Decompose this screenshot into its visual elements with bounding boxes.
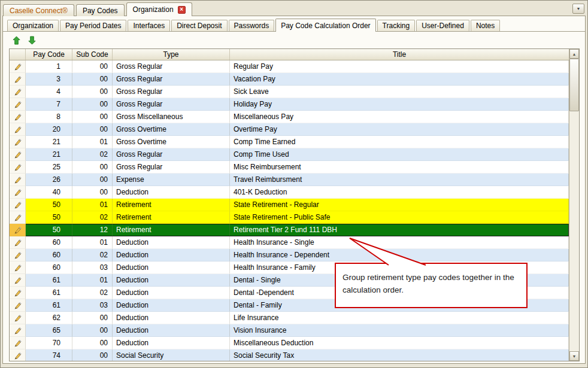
table-row[interactable]: 50 12 Retirement Retirement Tier 2 Fund … [10, 224, 569, 236]
table-row[interactable]: 50 01 Retirement State Retirement - Regu… [10, 199, 569, 211]
table-row[interactable]: 50 02 Retirement State Retirement - Publ… [10, 211, 569, 224]
close-icon[interactable]: × [178, 6, 186, 14]
sub-code-cell: 00 [72, 174, 113, 186]
pencil-icon [14, 163, 22, 171]
subtab-pay-period-dates[interactable]: Pay Period Dates [60, 20, 126, 31]
scroll-up-button[interactable]: ▲ [569, 49, 579, 59]
table-row[interactable]: 3 00 Gross Regular Vacation Pay [10, 73, 569, 86]
sub-code-cell: 02 [72, 287, 113, 299]
tab-organization[interactable]: Organization × [126, 2, 192, 16]
pay-code-cell: 26 [26, 174, 72, 186]
subtab-passwords[interactable]: Passwords [229, 20, 275, 31]
edit-pencil-button[interactable] [10, 324, 26, 337]
pay-code-cell: 50 [26, 224, 72, 236]
edit-pencil-button[interactable] [10, 249, 26, 261]
edit-pencil-button[interactable] [10, 86, 26, 98]
table-row[interactable]: 20 00 Gross Overtime Overtime Pay [10, 123, 569, 136]
table-row[interactable]: 21 01 Gross Overtime Comp Time Earned [10, 136, 569, 148]
edit-pencil-button[interactable] [10, 111, 26, 123]
title-cell: Holiday Pay [230, 98, 569, 111]
sub-code-cell: 00 [72, 186, 113, 199]
subtab-direct-deposit[interactable]: Direct Deposit [171, 20, 227, 31]
type-cell: Deduction [113, 186, 230, 199]
edit-pencil-button[interactable] [10, 312, 26, 324]
move-up-button[interactable] [11, 35, 22, 45]
type-cell: Gross Regular [113, 161, 230, 174]
edit-pencil-button[interactable] [10, 98, 26, 111]
table-row[interactable]: 70 00 Deduction Miscellaneous Deduction [10, 337, 569, 349]
pay-code-cell: 74 [26, 349, 72, 361]
edit-pencil-button[interactable] [10, 349, 26, 361]
edit-pencil-button[interactable] [10, 148, 26, 161]
subtab-organization[interactable]: Organization [7, 20, 59, 31]
pay-code-order-table: Pay Code Sub Code Type Title 1 00 Gross … [9, 48, 580, 361]
table-row[interactable]: 1 00 Gross Regular Regular Pay [10, 60, 569, 73]
sub-code-cell: 00 [72, 86, 113, 98]
header-pay-code[interactable]: Pay Code [26, 49, 72, 60]
subtab-interfaces[interactable]: Interfaces [128, 20, 170, 31]
pay-code-cell: 3 [26, 73, 72, 86]
tab-list-dropdown-button[interactable]: ▼ [572, 4, 584, 14]
edit-pencil-button[interactable] [10, 60, 26, 73]
edit-pencil-button[interactable] [10, 199, 26, 211]
pay-code-cell: 61 [26, 274, 72, 287]
edit-pencil-button[interactable] [10, 224, 26, 236]
subtab-notes[interactable]: Notes [471, 20, 500, 31]
table-row[interactable]: 62 00 Deduction Life Insurance [10, 312, 569, 324]
type-cell: Deduction [113, 236, 230, 249]
type-cell: Gross Regular [113, 73, 230, 86]
table-row[interactable]: 65 00 Deduction Vision Insurance [10, 324, 569, 337]
header-edit-column [10, 49, 26, 60]
callout-text: Group retirement type pay codes together… [343, 273, 514, 294]
edit-pencil-button[interactable] [10, 136, 26, 148]
pay-code-cell: 7 [26, 98, 72, 111]
edit-pencil-button[interactable] [10, 261, 26, 274]
table-row[interactable]: 4 00 Gross Regular Sick Leave [10, 86, 569, 98]
table-row[interactable]: 40 00 Deduction 401-K Deduction [10, 186, 569, 199]
pay-code-cell: 21 [26, 136, 72, 148]
sub-code-cell: 00 [72, 349, 113, 361]
edit-pencil-button[interactable] [10, 337, 26, 349]
pencil-icon [14, 239, 22, 247]
sub-code-cell: 00 [72, 337, 113, 349]
table-row[interactable]: 26 00 Expense Travel Reimbursment [10, 174, 569, 186]
pay-code-cell: 61 [26, 299, 72, 312]
pencil-icon [14, 214, 22, 221]
edit-pencil-button[interactable] [10, 123, 26, 136]
pencil-icon [14, 276, 22, 284]
pay-code-cell: 62 [26, 312, 72, 324]
scrollbar-track[interactable] [569, 59, 579, 351]
pay-code-cell: 25 [26, 161, 72, 174]
edit-pencil-button[interactable] [10, 274, 26, 287]
table-row[interactable]: 25 00 Gross Regular Misc Reimbursement [10, 161, 569, 174]
header-sub-code[interactable]: Sub Code [72, 49, 113, 60]
tab-pay-codes[interactable]: Pay Codes [76, 4, 125, 16]
edit-pencil-button[interactable] [10, 186, 26, 199]
tab-caselle-connect[interactable]: Caselle Connect® [3, 4, 74, 16]
edit-pencil-button[interactable] [10, 299, 26, 312]
header-type[interactable]: Type [113, 49, 230, 60]
edit-pencil-button[interactable] [10, 287, 26, 299]
pencil-icon [14, 264, 22, 272]
subtab-user-defined[interactable]: User-Defined [416, 20, 469, 31]
edit-pencil-button[interactable] [10, 236, 26, 249]
pencil-icon [14, 339, 22, 347]
edit-pencil-button[interactable] [10, 211, 26, 224]
table-row[interactable]: 21 02 Gross Regular Comp Time Used [10, 148, 569, 161]
edit-pencil-button[interactable] [10, 73, 26, 86]
table-row[interactable]: 74 00 Social Security Social Security Ta… [10, 349, 569, 361]
subtab-label: Pay Period Dates [65, 22, 121, 30]
move-down-button[interactable] [26, 35, 37, 45]
edit-pencil-button[interactable] [10, 174, 26, 186]
scroll-down-button[interactable]: ▼ [569, 351, 579, 361]
pay-code-cell: 40 [26, 186, 72, 199]
table-row[interactable]: 8 00 Gross Miscellaneous Miscellaneous P… [10, 111, 569, 123]
subtab-pay-code-calculation-order[interactable]: Pay Code Calculation Order [275, 19, 375, 32]
table-row[interactable]: 7 00 Gross Regular Holiday Pay [10, 98, 569, 111]
type-cell: Deduction [113, 287, 230, 299]
table-grid: Pay Code Sub Code Type Title 1 00 Gross … [10, 49, 569, 361]
header-title[interactable]: Title [230, 49, 569, 60]
subtab-tracking[interactable]: Tracking [377, 20, 416, 31]
scrollbar-thumb[interactable] [569, 59, 579, 111]
edit-pencil-button[interactable] [10, 161, 26, 174]
